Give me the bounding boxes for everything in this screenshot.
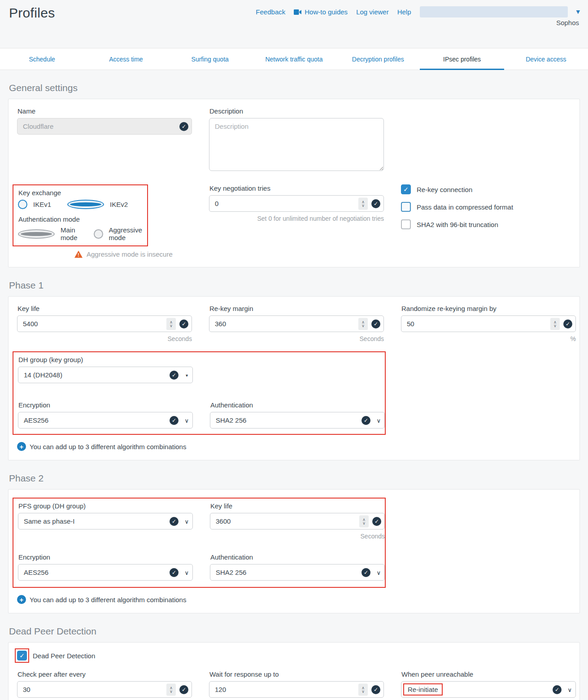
number-stepper[interactable]: ∧∨ (358, 683, 368, 696)
phase1-heading: Phase 1 (9, 280, 579, 291)
p1-dh-group-label: DH group (key group) (18, 356, 379, 363)
chevron-down-icon: ∨ (184, 417, 189, 424)
general-settings-heading: General settings (9, 83, 579, 93)
number-stepper[interactable]: ∧∨ (550, 318, 560, 330)
account-selector[interactable] (420, 6, 568, 18)
tab-decryption-profiles[interactable]: Decryption profiles (336, 48, 420, 70)
radio-main-mode[interactable]: Main mode (18, 226, 78, 241)
p1-randomize-label: Randomize re-keying margin by (401, 305, 576, 312)
tab-schedule[interactable]: Schedule (0, 48, 84, 70)
p1-randomize-unit: % (401, 335, 576, 342)
chevron-down-icon: ∨ (184, 518, 189, 525)
tab-network-traffic-quota[interactable]: Network traffic quota (252, 48, 336, 70)
p2-pfs-group-select[interactable]: Same as phase-I ✓ ∨ (18, 513, 193, 529)
valid-check-icon: ✓ (371, 199, 380, 208)
tab-surfing-quota[interactable]: Surfing quota (168, 48, 252, 70)
auth-mode-label: Authentication mode (18, 215, 143, 223)
valid-check-icon: ✓ (179, 685, 188, 694)
checkbox-rekey-connection[interactable]: ✓ Re-key connection (401, 184, 576, 194)
p1-key-life-unit: Seconds (17, 335, 192, 342)
dpd-check-peer-field[interactable] (17, 681, 192, 698)
page-header: Profiles Feedback How-to guides Log view… (0, 0, 588, 48)
number-stepper[interactable]: ∧∨ (166, 318, 176, 330)
dpd-card: ✓ Dead Peer Detection Check peer after e… (8, 642, 580, 700)
phase2-card: PFS group (DH group) Same as phase-I ✓ ∨… (8, 489, 580, 613)
valid-check-icon: ✓ (170, 416, 179, 425)
dpd-enable-checkbox[interactable]: ✓ (17, 651, 27, 661)
tab-device-access[interactable]: Device access (504, 48, 588, 70)
checkbox-unchecked-icon: ✓ (401, 219, 411, 229)
warning-icon: ! (74, 251, 83, 258)
log-viewer-link[interactable]: Log viewer (356, 8, 389, 16)
general-settings-card: Name ✓ Description Key exchange (8, 99, 580, 267)
phase2-add-note: + You can add up to 3 different algorith… (17, 595, 571, 604)
number-stepper[interactable]: ∧∨ (358, 318, 368, 330)
radio-ikev1[interactable]: IKEv1 (18, 200, 51, 209)
tab-bar: Schedule Access time Surfing quota Netwo… (0, 48, 588, 70)
description-label: Description (209, 107, 384, 115)
add-plus-icon[interactable]: + (17, 442, 26, 451)
p1-key-life-label: Key life (17, 305, 192, 312)
reinitiate-annotation-box: Re-initiate (403, 683, 443, 696)
radio-ikev2[interactable]: IKEv2 (67, 200, 128, 209)
p2-encryption-select[interactable]: AES256 ✓ ∨ (18, 564, 193, 581)
dpd-check-peer-label: Check peer after every (17, 670, 192, 678)
aggressive-mode-warning: ! Aggressive mode is insecure (74, 250, 192, 258)
dropdown-caret-icon[interactable]: ▼ (576, 9, 580, 15)
radio-disabled-icon (94, 229, 103, 239)
phase1-annotation-box: DH group (key group) 14 (DH2048) ✓ ▾ Enc… (13, 351, 386, 435)
checkbox-unchecked-icon: ✓ (401, 202, 411, 212)
phase1-card: Key life ∧∨ ✓ Seconds Re-key margin ∧∨ ✓… (8, 296, 580, 460)
key-negotiation-helper: Set 0 for unlimited number of negotiatio… (209, 215, 384, 222)
p2-authentication-label: Authentication (210, 553, 385, 561)
dropdown-caret-icon: ▾ (186, 372, 188, 377)
p1-rekey-margin-field[interactable] (209, 315, 384, 332)
valid-check-icon: ✓ (179, 319, 188, 328)
dpd-wait-response-field[interactable] (209, 681, 384, 698)
tab-access-time[interactable]: Access time (84, 48, 168, 70)
chevron-down-icon: ∨ (376, 569, 381, 576)
key-exchange-label: Key exchange (18, 189, 143, 197)
add-plus-icon[interactable]: + (17, 595, 26, 604)
valid-check-icon: ✓ (372, 517, 381, 526)
p2-key-life-field[interactable] (210, 513, 385, 529)
chevron-down-icon: ∨ (184, 569, 189, 576)
valid-check-icon: ✓ (179, 122, 188, 131)
checkbox-sha2-truncation[interactable]: ✓ SHA2 with 96-bit truncation (401, 219, 576, 229)
description-field[interactable] (209, 118, 384, 171)
tab-ipsec-profiles[interactable]: IPsec profiles (420, 48, 504, 70)
phase2-annotation-box: PFS group (DH group) Same as phase-I ✓ ∨… (13, 498, 386, 588)
number-stepper[interactable]: ∧∨ (359, 515, 369, 527)
p1-encryption-select[interactable]: AES256 ✓ ∨ (18, 412, 193, 429)
p1-encryption-label: Encryption (18, 401, 193, 409)
p1-dh-group-select[interactable]: 14 (DH2048) ✓ ▾ (18, 367, 193, 383)
valid-check-icon: ✓ (371, 685, 380, 694)
key-negotiation-label: Key negotiation tries (209, 184, 384, 192)
phase1-add-note: + You can add up to 3 different algorith… (17, 442, 571, 451)
video-camera-icon (294, 9, 301, 15)
number-stepper[interactable]: ∧∨ (358, 197, 368, 210)
name-field[interactable] (17, 118, 192, 135)
valid-check-icon: ✓ (371, 319, 380, 328)
p1-randomize-field[interactable] (401, 315, 576, 332)
dpd-when-unreachable-select[interactable]: Re-initiate ✓ ∨ (401, 681, 576, 698)
p1-rekey-margin-unit: Seconds (209, 335, 384, 342)
feedback-link[interactable]: Feedback (256, 8, 285, 16)
p2-key-life-label: Key life (210, 502, 385, 510)
number-stepper[interactable]: ∧∨ (166, 683, 176, 696)
radio-aggressive-mode[interactable]: Aggressive mode (94, 226, 143, 241)
key-negotiation-field[interactable] (209, 195, 384, 212)
p1-authentication-select[interactable]: SHA2 256 ✓ ∨ (210, 412, 385, 429)
help-link[interactable]: Help (397, 8, 411, 16)
radio-selected-icon (67, 200, 104, 209)
checkbox-checked-icon: ✓ (401, 184, 411, 194)
valid-check-icon: ✓ (170, 371, 179, 380)
phase2-heading: Phase 2 (9, 473, 579, 484)
valid-check-icon: ✓ (170, 568, 179, 577)
radio-selected-disabled-icon (18, 229, 55, 239)
howto-guides-link[interactable]: How-to guides (294, 8, 348, 16)
p1-key-life-field[interactable] (17, 315, 192, 332)
dpd-enable-label: Dead Peer Detection (33, 652, 95, 660)
checkbox-compressed-format[interactable]: ✓ Pass data in compressed format (401, 202, 576, 212)
p2-authentication-select[interactable]: SHA2 256 ✓ ∨ (210, 564, 385, 581)
